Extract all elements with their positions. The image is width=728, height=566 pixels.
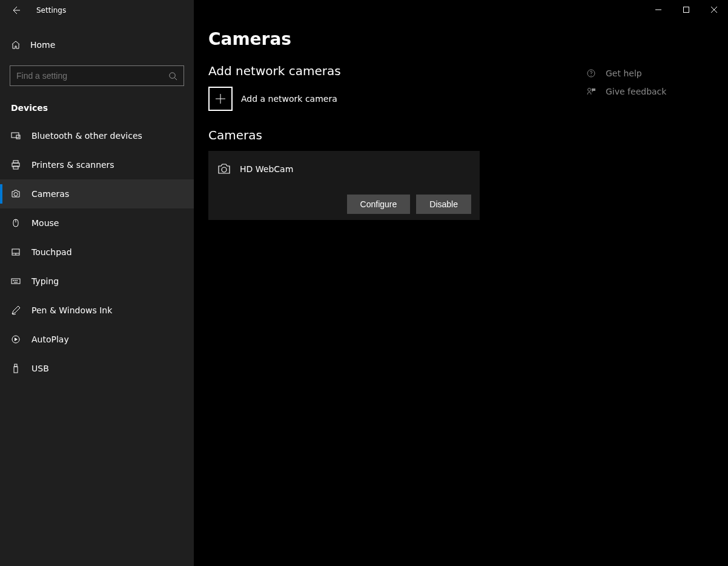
give-feedback-link[interactable]: Give feedback: [586, 87, 666, 96]
add-network-camera-label: Add a network camera: [241, 94, 337, 104]
svg-point-1: [170, 72, 175, 78]
sidebar-item-label: Cameras: [31, 189, 69, 199]
sidebar-item-cameras[interactable]: Cameras: [0, 179, 194, 208]
sidebar-item-label: Typing: [31, 276, 59, 286]
touchpad-icon: [11, 247, 21, 257]
search-box-container: [0, 65, 194, 86]
svg-marker-19: [15, 338, 18, 341]
search-input[interactable]: [16, 71, 168, 81]
camera-icon: [217, 162, 231, 176]
sidebar-item-bluetooth[interactable]: Bluetooth & other devices: [0, 121, 194, 150]
svg-rect-32: [592, 88, 595, 91]
window-controls: [644, 0, 728, 19]
search-box[interactable]: [10, 65, 184, 86]
sidebar-section-heading: Devices: [0, 103, 194, 113]
pen-icon: [11, 305, 21, 315]
back-button[interactable]: [11, 5, 21, 15]
plus-icon: [208, 87, 233, 111]
sidebar-home-label: Home: [30, 40, 55, 50]
autoplay-icon: [11, 335, 21, 344]
svg-rect-21: [14, 367, 18, 373]
add-network-heading: Add network cameras: [208, 64, 548, 78]
mouse-icon: [11, 218, 21, 228]
home-icon: [11, 40, 21, 50]
sidebar-home[interactable]: Home: [0, 30, 194, 59]
close-button[interactable]: [700, 0, 728, 19]
sidebar-item-label: Printers & scanners: [31, 160, 114, 170]
help-icon: [586, 68, 596, 78]
add-network-camera-button[interactable]: Add a network camera: [208, 87, 548, 111]
page-title: Cameras: [208, 29, 713, 49]
sidebar-item-label: USB: [31, 364, 49, 373]
svg-rect-5: [13, 161, 18, 163]
svg-rect-4: [16, 135, 20, 139]
configure-button[interactable]: Configure: [347, 195, 411, 214]
minimize-button[interactable]: [644, 0, 672, 19]
get-help-label: Get help: [606, 68, 642, 78]
sidebar-item-label: Mouse: [31, 218, 59, 228]
feedback-icon: [586, 87, 596, 96]
sidebar-item-printers[interactable]: Printers & scanners: [0, 150, 194, 179]
camera-icon: [11, 189, 21, 199]
svg-rect-13: [12, 279, 20, 284]
camera-device-card[interactable]: HD WebCam Configure Disable: [208, 151, 480, 220]
content-left: Add network cameras Add a network camera…: [208, 64, 548, 220]
aside-links: Get help Give feedback: [586, 64, 666, 220]
sidebar-item-label: AutoPlay: [31, 335, 69, 344]
titlebar: Settings: [0, 0, 194, 21]
printer-icon: [11, 160, 21, 170]
sidebar: Settings Home Devices: [0, 0, 194, 566]
sidebar-item-autoplay[interactable]: AutoPlay: [0, 325, 194, 354]
sidebar-item-label: Pen & Windows Ink: [31, 305, 112, 315]
bluetooth-icon: [11, 131, 21, 141]
search-icon: [168, 72, 177, 81]
main-content: Cameras Add network cameras Add a networ…: [194, 0, 728, 566]
window-title: Settings: [36, 6, 66, 15]
maximize-button[interactable]: [672, 0, 700, 19]
cameras-list-heading: Cameras: [208, 128, 548, 142]
sidebar-item-mouse[interactable]: Mouse: [0, 208, 194, 238]
svg-point-8: [14, 193, 18, 196]
sidebar-item-label: Touchpad: [31, 247, 72, 257]
usb-icon: [11, 364, 21, 373]
svg-point-28: [222, 167, 227, 172]
sidebar-item-usb[interactable]: USB: [0, 354, 194, 383]
sidebar-item-typing[interactable]: Typing: [0, 267, 194, 296]
svg-line-2: [174, 78, 177, 80]
get-help-link[interactable]: Get help: [586, 68, 666, 78]
sidebar-item-touchpad[interactable]: Touchpad: [0, 238, 194, 267]
keyboard-icon: [11, 276, 21, 286]
camera-device-name: HD WebCam: [240, 164, 293, 174]
sidebar-item-label: Bluetooth & other devices: [31, 131, 142, 141]
svg-point-31: [588, 88, 591, 92]
sidebar-item-pen[interactable]: Pen & Windows Ink: [0, 296, 194, 325]
svg-rect-23: [684, 7, 689, 13]
disable-button[interactable]: Disable: [416, 195, 471, 214]
svg-point-30: [591, 75, 591, 76]
give-feedback-label: Give feedback: [606, 87, 666, 96]
svg-rect-20: [15, 364, 17, 367]
